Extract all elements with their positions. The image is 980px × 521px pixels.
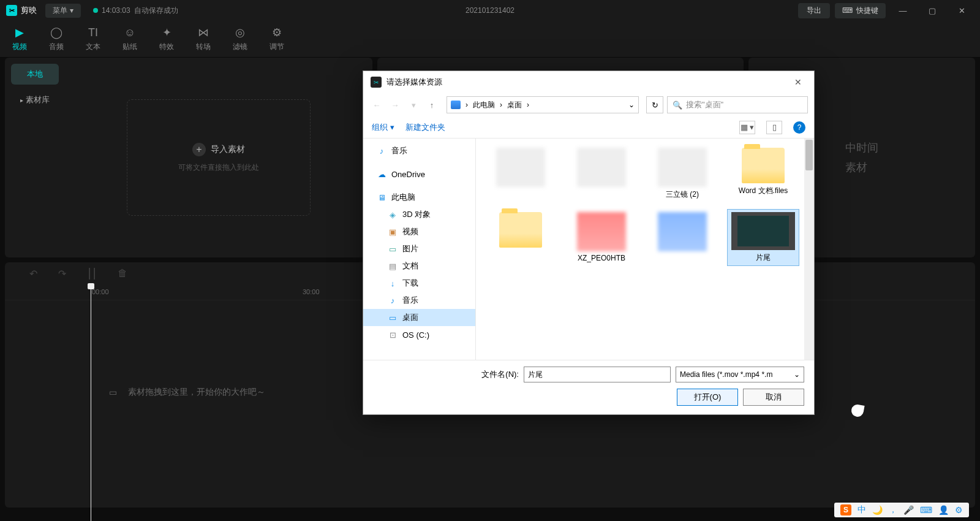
- new-folder-button[interactable]: 新建文件夹: [405, 122, 445, 133]
- tree-item-documents[interactable]: ▤文档: [363, 257, 475, 275]
- chevron-down-icon[interactable]: ⌄: [628, 101, 635, 109]
- sidebar-library[interactable]: ▸素材库: [11, 89, 59, 110]
- tree-item-pictures[interactable]: ▭图片: [363, 240, 475, 257]
- tab-video[interactable]: ▶视频: [12, 26, 27, 52]
- desktop-icon: ▭: [388, 313, 398, 322]
- transition-icon: ⋈: [198, 26, 209, 39]
- tab-adjust[interactable]: ⚙调节: [270, 26, 284, 52]
- refresh-button[interactable]: ↻: [646, 96, 663, 113]
- cancel-button[interactable]: 取消: [743, 389, 804, 406]
- dialog-footer: 文件名(N): Media files (*.mov *.mp4 *.m⌄ 打开…: [363, 360, 814, 414]
- folder-tree: ♪音乐 ☁OneDrive 🖥此电脑 ◈3D 对象 ▣视频 ▭图片 ▤文档 ↓下…: [363, 139, 476, 360]
- menu-button[interactable]: 菜单▾: [45, 4, 81, 18]
- properties-hint: 中时间 素材: [845, 138, 878, 178]
- search-input[interactable]: 🔍 搜索"桌面": [667, 96, 808, 113]
- project-title: 202101231402: [466, 6, 514, 15]
- close-button[interactable]: ✕: [949, 2, 974, 19]
- keyboard-icon[interactable]: ⌨: [920, 505, 932, 515]
- file-thumb: [577, 148, 626, 187]
- file-item-word[interactable]: Word 文档.files: [727, 145, 799, 203]
- file-item-xz[interactable]: XZ_PEO0HTB: [565, 209, 638, 266]
- undo-button[interactable]: ↶: [29, 268, 37, 280]
- logo-icon: ✂: [6, 5, 17, 16]
- media-sidebar: 本地 ▸素材库: [5, 58, 65, 257]
- dialog-close-button[interactable]: ✕: [790, 75, 807, 89]
- maximize-button[interactable]: ▢: [920, 2, 944, 19]
- open-button[interactable]: 打开(O): [677, 389, 738, 406]
- sidebar-local[interactable]: 本地: [11, 64, 59, 85]
- tree-item-osc[interactable]: ⊡OS (C:): [363, 326, 475, 343]
- keyboard-icon: ⌨: [842, 6, 853, 15]
- nav-recent-button[interactable]: ▾: [406, 97, 421, 112]
- music-icon: ♪: [377, 146, 386, 156]
- file-item-pianwei[interactable]: 片尾: [727, 209, 799, 266]
- tab-text[interactable]: TI文本: [86, 26, 100, 52]
- tree-item-videos[interactable]: ▣视频: [363, 223, 475, 240]
- playhead[interactable]: [91, 284, 91, 521]
- search-icon: 🔍: [673, 101, 682, 110]
- tab-transition[interactable]: ⋈转场: [196, 26, 211, 52]
- redo-button[interactable]: ↷: [58, 268, 66, 280]
- tab-effect[interactable]: ✦特效: [159, 26, 174, 52]
- scrollbar[interactable]: [804, 139, 814, 360]
- path-bar[interactable]: › 此电脑 › 桌面 › ⌄: [447, 96, 639, 113]
- tab-filter[interactable]: ◎滤镜: [233, 26, 247, 52]
- tree-item-this-pc[interactable]: 🖥此电脑: [363, 189, 475, 206]
- tree-item-3d-objects[interactable]: ◈3D 对象: [363, 206, 475, 223]
- file-item[interactable]: [484, 209, 557, 266]
- chevron-down-icon: ⌄: [794, 370, 800, 379]
- help-button[interactable]: ?: [793, 121, 805, 134]
- tree-item-onedrive[interactable]: ☁OneDrive: [363, 165, 475, 183]
- organize-button[interactable]: 组织 ▾: [372, 122, 394, 133]
- adjust-icon: ⚙: [272, 26, 282, 39]
- plus-icon: +: [192, 143, 206, 156]
- file-item[interactable]: [484, 145, 557, 203]
- dialog-nav: ← → ▾ ↑ › 此电脑 › 桌面 › ⌄ ↻ 🔍 搜索"桌面": [363, 93, 814, 116]
- file-item[interactable]: [565, 145, 638, 203]
- nav-forward-button[interactable]: →: [388, 97, 402, 112]
- filename-input[interactable]: [524, 367, 671, 382]
- cube-icon: ◈: [388, 210, 398, 219]
- file-type-filter[interactable]: Media files (*.mov *.mp4 *.m⌄: [676, 367, 804, 382]
- media-panel: 本地 ▸素材库 + 导入素材 可将文件直接拖入到此处: [5, 58, 372, 257]
- ime-toolbar[interactable]: S 中 🌙 ， 🎤 ⌨ 👤 ⚙: [834, 503, 969, 517]
- chevron-down-icon: ▾: [70, 6, 74, 15]
- tree-item-music-quick[interactable]: ♪音乐: [363, 142, 475, 159]
- nav-up-button[interactable]: ↑: [424, 97, 439, 112]
- tree-item-downloads[interactable]: ↓下载: [363, 275, 475, 292]
- ime-mode[interactable]: 中: [858, 504, 866, 515]
- file-thumb: [577, 212, 626, 251]
- file-item[interactable]: [646, 209, 718, 266]
- drive-icon: ⊡: [388, 330, 398, 340]
- text-icon: TI: [88, 26, 98, 39]
- tree-item-desktop[interactable]: ▭桌面: [363, 309, 475, 326]
- import-dropzone[interactable]: + 导入素材 可将文件直接拖入到此处: [127, 99, 311, 216]
- app-logo: ✂ 剪映: [6, 5, 37, 16]
- folder-icon: [742, 148, 785, 183]
- filter-icon: ◎: [235, 26, 245, 39]
- tab-sticker[interactable]: ☺贴纸: [123, 26, 137, 52]
- cloud-icon: ☁: [377, 169, 386, 179]
- download-icon: ↓: [388, 278, 398, 288]
- app-name: 剪映: [21, 5, 37, 16]
- tree-item-music[interactable]: ♪音乐: [363, 292, 475, 309]
- settings-icon[interactable]: ⚙: [955, 505, 963, 515]
- minimize-button[interactable]: —: [891, 2, 915, 19]
- preview-pane-button[interactable]: ▯: [766, 121, 782, 134]
- moon-icon[interactable]: 🌙: [872, 505, 883, 515]
- file-item[interactable]: 三立镜 (2): [646, 145, 718, 203]
- person-icon[interactable]: 👤: [938, 505, 949, 515]
- delete-button[interactable]: 🗑: [118, 268, 127, 279]
- file-list: 三立镜 (2) Word 文档.files XZ_PEO0HTB 片尾: [476, 139, 814, 360]
- ruler-tick: 30:00: [303, 288, 320, 295]
- view-mode-button[interactable]: ▦ ▾: [739, 121, 755, 134]
- effect-icon: ✦: [162, 26, 172, 39]
- tab-audio[interactable]: ◯音频: [49, 26, 64, 52]
- titlebar: ✂ 剪映 菜单▾ 14:03:03 自动保存成功 202101231402 导出…: [0, 0, 980, 21]
- mic-icon[interactable]: 🎤: [903, 505, 914, 515]
- nav-back-button[interactable]: ←: [369, 97, 384, 112]
- triangle-right-icon: ▸: [20, 97, 23, 104]
- shortcut-button[interactable]: ⌨ 快捷键: [835, 3, 886, 18]
- export-button[interactable]: 导出: [798, 3, 830, 18]
- split-button[interactable]: ⎮⎮: [87, 268, 97, 280]
